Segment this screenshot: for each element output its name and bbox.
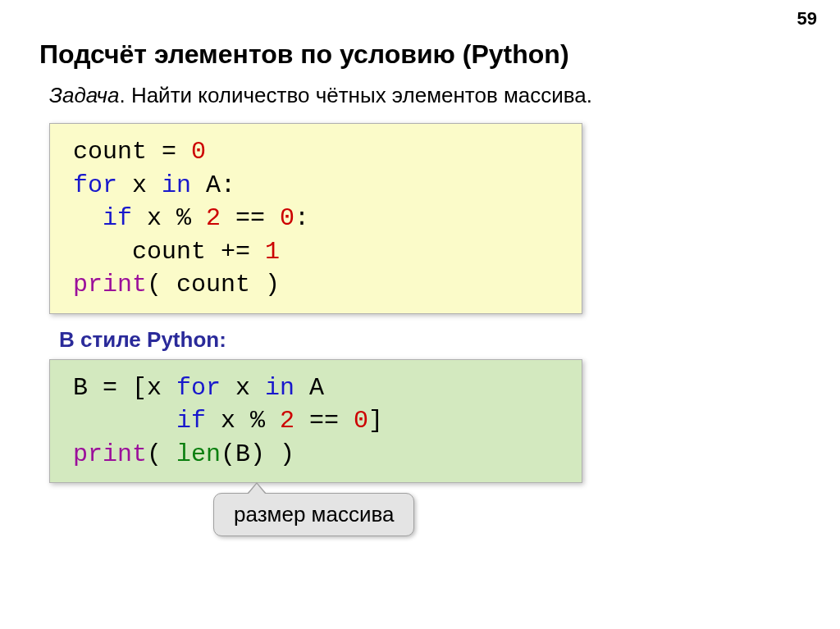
code-token: : <box>294 204 309 232</box>
code-token: in <box>265 374 294 402</box>
code-block-2: B = [x for x in A if x % 2 == 0] print( … <box>49 359 582 484</box>
code-token: B = [x <box>73 374 176 402</box>
task-label: Задача <box>49 83 119 107</box>
code-token: 0 <box>354 407 368 435</box>
code-token: 0 <box>280 204 294 232</box>
code-token: ] <box>368 407 383 435</box>
code-token: x % <box>206 407 280 435</box>
code-token: 2 <box>280 407 294 435</box>
code-token: A: <box>191 171 235 199</box>
code-token: count += <box>73 238 265 266</box>
code-token <box>73 407 176 435</box>
code-token: ( <box>147 440 176 468</box>
code-token: if <box>176 407 206 435</box>
code-token: for <box>73 171 117 199</box>
code-token: print <box>73 440 147 468</box>
code-token: for <box>176 374 221 402</box>
code-token: 2 <box>206 204 221 232</box>
code-token: print <box>73 271 147 299</box>
code-token: in <box>162 171 191 199</box>
callout-wrapper: размер массива <box>213 493 840 536</box>
code-token <box>73 204 103 232</box>
code-token: x <box>221 374 265 402</box>
code-token: ( count ) <box>147 271 280 299</box>
page-number: 59 <box>797 8 817 30</box>
code-token: A <box>294 374 324 402</box>
code-token: if <box>103 204 132 232</box>
code-token: == <box>294 407 354 435</box>
code-2-content: B = [x for x in A if x % 2 == 0] print( … <box>73 371 565 472</box>
callout-text: размер массива <box>234 502 394 526</box>
code-token: count = <box>73 138 191 166</box>
code-token: 0 <box>191 138 206 166</box>
callout-bubble: размер массива <box>213 493 414 536</box>
subtitle: В стиле Python: <box>59 327 840 353</box>
code-1-content: count = 0 for x in A: if x % 2 == 0: cou… <box>73 135 565 302</box>
code-token: x <box>117 171 162 199</box>
code-block-1: count = 0 for x in A: if x % 2 == 0: cou… <box>49 123 582 314</box>
code-token: len <box>176 440 221 468</box>
task-text: . Найти количество чётных элементов масс… <box>119 83 592 107</box>
code-token: x % <box>132 204 206 232</box>
task-line: Задача. Найти количество чётных элементо… <box>49 83 840 108</box>
code-token: (B) ) <box>221 440 294 468</box>
code-token: 1 <box>265 238 280 266</box>
code-token: == <box>221 204 280 232</box>
slide-title: Подсчёт элементов по условию (Python) <box>39 39 840 70</box>
